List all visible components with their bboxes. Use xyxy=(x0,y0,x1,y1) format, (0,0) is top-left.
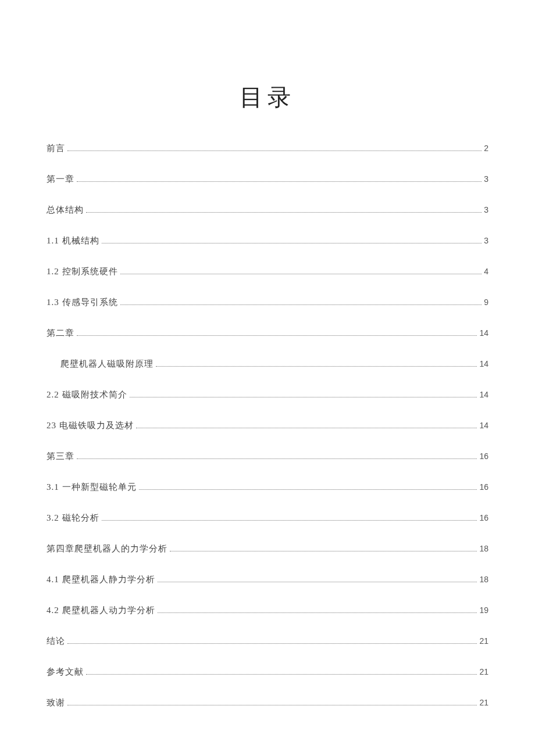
toc-page: 16 xyxy=(479,482,488,493)
toc-item: 23 电磁铁吸力及选材14 xyxy=(47,420,488,432)
toc-page: 16 xyxy=(479,513,488,524)
toc-label: 2.2 磁吸附技术简介 xyxy=(47,389,127,401)
toc-item: 总体结构3 xyxy=(47,204,488,216)
toc-page: 18 xyxy=(479,574,488,586)
toc-page: 3 xyxy=(484,205,488,216)
toc-dots xyxy=(77,335,477,336)
toc-label: 爬壁机器人磁吸附原理 xyxy=(60,358,154,370)
toc-label: 3.2 磁轮分析 xyxy=(47,512,99,524)
toc-dots xyxy=(86,674,477,675)
toc-item: 致谢21 xyxy=(47,697,488,709)
toc-label: 1.3 传感导引系统 xyxy=(47,296,118,309)
toc-page: 14 xyxy=(479,328,488,339)
toc-dots xyxy=(67,705,477,705)
toc-dots xyxy=(77,181,482,182)
toc-page: 16 xyxy=(479,451,488,463)
toc-page: 21 xyxy=(479,667,488,678)
toc-item: 爬壁机器人磁吸附原理14 xyxy=(47,358,488,370)
toc-page: 14 xyxy=(479,420,488,432)
toc-item: 前言2 xyxy=(47,142,488,155)
toc-dots xyxy=(156,366,477,367)
toc-item: 4.1 爬壁机器人静力学分析18 xyxy=(47,574,488,586)
toc-label: 1.1 机械结构 xyxy=(47,235,99,247)
toc-dots xyxy=(77,458,477,459)
toc-dots xyxy=(67,151,482,151)
toc-label: 总体结构 xyxy=(47,204,84,216)
toc-page: 2 xyxy=(484,143,488,155)
toc-item: 第二章14 xyxy=(47,327,488,339)
toc-dots xyxy=(120,274,482,274)
toc-label: 4.1 爬壁机器人静力学分析 xyxy=(47,574,155,586)
toc-item: 1.2 控制系统硬件4 xyxy=(47,266,488,278)
toc-label: 参考文献 xyxy=(47,666,84,678)
toc-page: 21 xyxy=(479,697,488,709)
toc-dots xyxy=(120,304,482,305)
toc-page: 14 xyxy=(479,389,488,401)
toc-item: 2.2 磁吸附技术简介14 xyxy=(47,389,488,401)
toc-label: 致谢 xyxy=(47,697,65,709)
toc-item: 结论21 xyxy=(47,635,488,647)
toc-label: 第一章 xyxy=(47,173,74,185)
toc-item: 参考文献21 xyxy=(47,666,488,678)
toc-item: 第三章16 xyxy=(47,450,488,463)
toc-dots xyxy=(136,428,477,428)
toc-page: 19 xyxy=(479,605,488,617)
toc-page: 9 xyxy=(484,297,488,309)
toc-label: 前言 xyxy=(47,142,65,155)
toc-label: 3.1 一种新型磁轮单元 xyxy=(47,481,137,493)
toc-dots xyxy=(170,551,477,551)
toc-dots xyxy=(158,612,477,613)
toc-item: 3.1 一种新型磁轮单元16 xyxy=(47,481,488,493)
toc-item: 第四章爬壁机器人的力学分析18 xyxy=(47,543,488,555)
toc-dots xyxy=(158,582,477,582)
toc-item: 3.2 磁轮分析16 xyxy=(47,512,488,524)
toc-title: 目录 xyxy=(47,81,488,113)
toc-item: 1.1 机械结构3 xyxy=(47,235,488,247)
toc-dots xyxy=(139,489,477,490)
toc-item: 1.3 传感导引系统9 xyxy=(47,296,488,309)
toc-page: 18 xyxy=(479,543,488,555)
toc-label: 第四章爬壁机器人的力学分析 xyxy=(47,543,167,555)
toc-dots xyxy=(86,212,482,213)
toc-label: 4.2 爬壁机器人动力学分析 xyxy=(47,604,155,617)
toc-label: 23 电磁铁吸力及选材 xyxy=(47,420,134,432)
toc-label: 结论 xyxy=(47,635,65,647)
toc-page: 4 xyxy=(484,266,488,278)
toc-page: 14 xyxy=(479,359,488,370)
toc-label: 1.2 控制系统硬件 xyxy=(47,266,118,278)
toc-label: 第二章 xyxy=(47,327,74,339)
toc-dots xyxy=(102,520,477,521)
toc-page: 3 xyxy=(484,235,488,247)
toc-label: 第三章 xyxy=(47,450,74,463)
toc-dots xyxy=(130,397,477,397)
toc-dots xyxy=(67,643,477,644)
toc-item: 4.2 爬壁机器人动力学分析19 xyxy=(47,604,488,617)
toc-dots xyxy=(102,243,482,243)
toc-page: 3 xyxy=(484,174,488,185)
toc-list: 前言2 第一章3 总体结构3 1.1 机械结构3 1.2 控制系统硬件4 1.3… xyxy=(47,142,488,709)
toc-item: 第一章3 xyxy=(47,173,488,185)
toc-page: 21 xyxy=(479,636,488,647)
